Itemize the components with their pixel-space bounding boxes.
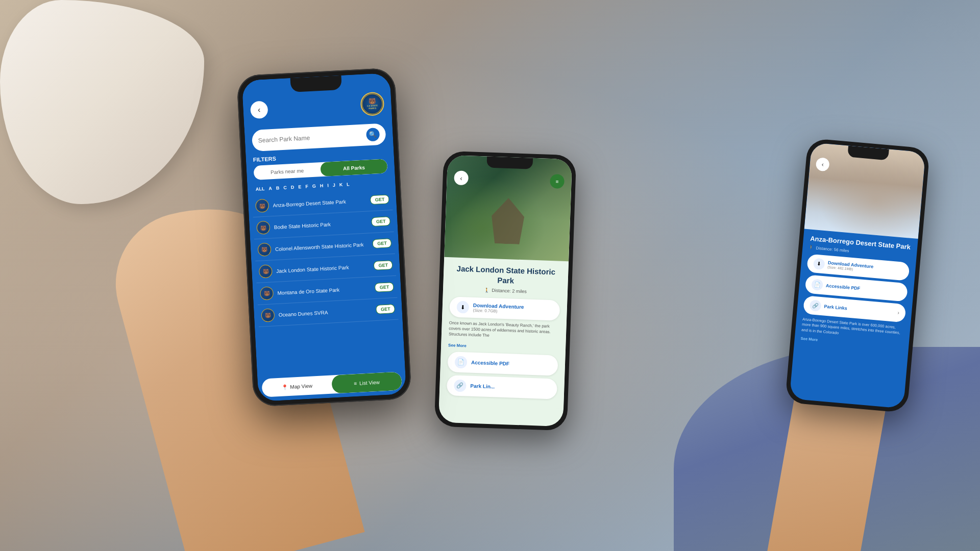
- pdf-icon-third: 📄: [811, 279, 823, 291]
- download-info-second: Download Adventure (Size: 0.7GB): [473, 303, 524, 314]
- link-icon-third: 🔗: [810, 299, 822, 312]
- distance-icon-second: 🚶: [484, 288, 489, 293]
- park-icon-1: 🐻: [256, 221, 270, 235]
- distance-icon-third: 🚶: [808, 245, 814, 250]
- alpha-i[interactable]: I: [326, 182, 330, 188]
- alpha-c[interactable]: C: [282, 185, 288, 191]
- accessible-pdf-label-third: Accessible PDF: [826, 283, 861, 291]
- distance-text-third: Distance: 56 miles: [816, 246, 849, 254]
- search-icon: 🔍: [369, 131, 377, 138]
- get-btn-5[interactable]: GET: [376, 304, 395, 314]
- download-icon-third: ⬇: [813, 258, 825, 270]
- download-info-third: Download Adventure (Size: 482.1MB): [827, 260, 874, 273]
- park-links-label-third: Park Links: [824, 304, 847, 311]
- park-name-4: Montana de Oro State Park: [277, 285, 371, 296]
- main-phone-screen: ‹ 🐻 CA STATEPARKS 🔍 FILTERS: [242, 73, 407, 402]
- hero-structure: [486, 197, 529, 245]
- link-icon-second: 🔗: [454, 379, 467, 392]
- third-phone: ‹ Anza-Borrego Desert State Park 🚶 Dista…: [785, 138, 930, 413]
- ca-parks-logo: 🐻 CA STATEPARKS: [360, 92, 384, 116]
- filter-all-parks[interactable]: All Parks: [320, 159, 387, 177]
- chevron-right-icon: ›: [897, 310, 899, 316]
- back-button[interactable]: ‹: [250, 101, 268, 119]
- second-park-description: Once known as Jack London's 'Beauty Ranc…: [449, 320, 559, 341]
- second-park-title: Jack London State Historic Park: [450, 263, 561, 287]
- alpha-l[interactable]: L: [346, 181, 351, 187]
- get-btn-4[interactable]: GET: [375, 282, 394, 292]
- list-view-button[interactable]: ≡ List View: [331, 371, 402, 393]
- second-phone: ‹ ≡ Jack London State Historic Park 🚶 Di…: [434, 151, 577, 431]
- app-screen: ‹ 🐻 CA STATEPARKS 🔍 FILTERS: [242, 73, 407, 402]
- alpha-a[interactable]: A: [267, 185, 273, 192]
- alpha-g[interactable]: G: [311, 183, 317, 190]
- list-view-label: List View: [359, 379, 380, 386]
- get-btn-0[interactable]: GET: [370, 194, 389, 205]
- second-park-content: Jack London State Historic Park 🚶 Distan…: [439, 257, 569, 409]
- logo-text: CA STATEPARKS: [367, 105, 378, 110]
- third-phone-screen: ‹ Anza-Borrego Desert State Park 🚶 Dista…: [789, 142, 925, 409]
- park-name-1: Bodie State Historic Park: [274, 219, 368, 231]
- park-icon-3: 🐻: [259, 264, 273, 278]
- search-button[interactable]: 🔍: [366, 128, 380, 141]
- distance-text-second: Distance: 2 miles: [492, 288, 527, 294]
- park-name-3: Jack London State Historic Park: [276, 263, 370, 274]
- download-adventure-btn-second[interactable]: ⬇ Download Adventure (Size: 0.7GB): [449, 296, 560, 321]
- park-icon-2: 🐻: [257, 242, 271, 256]
- get-btn-1[interactable]: GET: [372, 216, 390, 227]
- filter-parks-near-me[interactable]: Parks near me: [253, 162, 321, 180]
- pdf-icon-second: 📄: [455, 356, 468, 368]
- park-name-5: Oceano Dunes SVRA: [278, 307, 372, 318]
- park-links-label-second: Park Lin...: [470, 383, 495, 390]
- park-icon-4: 🐻: [260, 286, 274, 300]
- alpha-f[interactable]: F: [304, 183, 309, 189]
- third-park-info: Anza-Borrego Desert State Park 🚶 Distanc…: [794, 229, 918, 357]
- main-phone: ‹ 🐻 CA STATEPARKS 🔍 FILTERS: [236, 67, 412, 407]
- accessible-pdf-btn-second[interactable]: 📄 Accessible PDF: [447, 352, 558, 376]
- map-pin-icon: 📍: [281, 384, 288, 390]
- second-park-distance: 🚶 Distance: 2 miles: [450, 286, 560, 295]
- second-menu-icon: ≡: [555, 179, 558, 184]
- get-btn-3[interactable]: GET: [374, 260, 393, 270]
- park-links-left: 🔗 Park Links: [810, 299, 848, 314]
- alpha-k[interactable]: K: [338, 182, 344, 188]
- accessible-pdf-label-second: Accessible PDF: [471, 360, 509, 367]
- alpha-d[interactable]: D: [289, 184, 295, 191]
- alpha-j[interactable]: J: [331, 182, 336, 188]
- map-view-button[interactable]: 📍 Map View: [261, 375, 332, 397]
- third-see-more[interactable]: See More: [800, 336, 818, 342]
- second-see-more[interactable]: See More: [448, 343, 467, 348]
- phone-notch-main: [290, 76, 342, 92]
- alpha-b[interactable]: B: [275, 185, 281, 191]
- alpha-e[interactable]: E: [297, 184, 303, 190]
- search-bar[interactable]: 🔍: [252, 123, 386, 152]
- second-back-icon: ‹: [460, 174, 462, 182]
- map-view-label: Map View: [290, 383, 312, 389]
- park-name-0: Anza-Borrego Desert State Park: [273, 197, 366, 209]
- alpha-h[interactable]: H: [318, 183, 324, 189]
- park-name-2: Colonel Allensworth State Historic Park: [275, 241, 369, 253]
- logo-inner: 🐻 CA STATEPARKS: [361, 93, 383, 115]
- alpha-all[interactable]: ALL: [255, 186, 266, 192]
- list-icon: ≡: [354, 381, 357, 386]
- park-list: 🐻 Anza-Borrego Desert State Park GET 🐻 B…: [248, 188, 405, 380]
- park-icon-0: 🐻: [255, 199, 269, 213]
- get-btn-2[interactable]: GET: [373, 238, 391, 248]
- phone-notch-second: [486, 157, 533, 169]
- park-icon-5: 🐻: [261, 308, 275, 322]
- park-links-btn-second[interactable]: 🔗 Park Lin...: [447, 375, 557, 399]
- second-phone-screen: ‹ ≡ Jack London State Historic Park 🚶 Di…: [438, 155, 572, 427]
- back-icon: ‹: [258, 105, 261, 114]
- download-icon-second: ⬇: [456, 301, 469, 314]
- third-back-icon: ‹: [821, 161, 824, 168]
- search-input[interactable]: [258, 132, 362, 144]
